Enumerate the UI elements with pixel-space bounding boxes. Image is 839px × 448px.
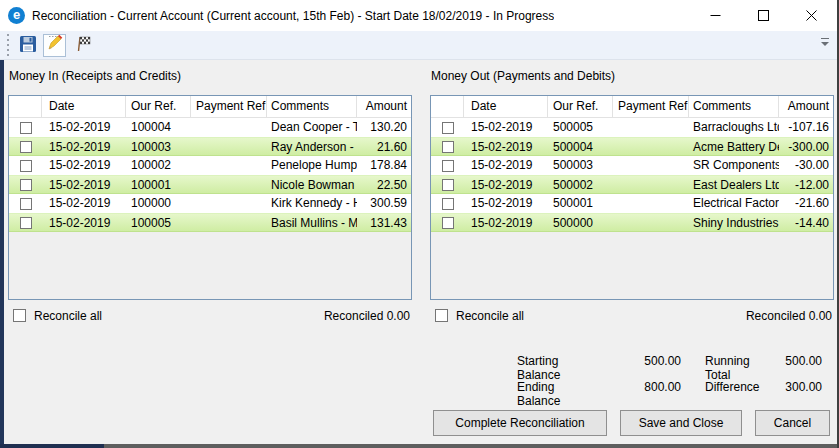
row-amount: -21.60	[779, 194, 833, 213]
row-checkbox[interactable]	[20, 217, 32, 229]
column-header[interactable]: Payment Ref.	[613, 96, 689, 118]
reconcile-all-checkbox[interactable]	[13, 309, 26, 322]
maximize-icon	[758, 10, 769, 21]
column-header[interactable]: Amount	[779, 96, 833, 118]
table-row[interactable]: 15-02-2019100004Dean Cooper - T130.20	[9, 118, 411, 137]
row-checkbox[interactable]	[20, 160, 32, 172]
row-date: 15-02-2019	[42, 138, 126, 155]
column-header[interactable]: Date	[464, 96, 548, 118]
column-header[interactable]	[431, 96, 464, 118]
column-header[interactable]: Date	[42, 96, 126, 118]
row-payment-ref	[613, 176, 689, 193]
window-edge-bottom	[104, 444, 837, 448]
row-comments: Electrical Factors	[689, 194, 779, 213]
table-row[interactable]: 15-02-2019500002East Dealers Ltd-12.00	[431, 175, 833, 194]
row-amount: 21.60	[357, 138, 411, 155]
column-header[interactable]: Our Ref.	[548, 96, 613, 118]
row-date: 15-02-2019	[464, 156, 548, 175]
row-date: 15-02-2019	[42, 118, 126, 137]
table-row[interactable]: 15-02-2019100003Ray Anderson - 21.60	[9, 137, 411, 156]
column-header[interactable]: Comments	[267, 96, 357, 118]
row-checkbox[interactable]	[20, 198, 32, 210]
row-amount: -300.00	[779, 138, 833, 155]
row-amount: -12.00	[779, 176, 833, 193]
reconcile-all-checkbox[interactable]	[435, 309, 448, 322]
column-header[interactable]: Payment Ref.	[191, 96, 267, 118]
row-our-ref: 500003	[548, 156, 613, 175]
row-amount: 178.84	[357, 156, 411, 175]
row-date: 15-02-2019	[42, 176, 126, 193]
window-controls	[691, 0, 835, 31]
row-comments: Basil Mullins - M	[267, 214, 357, 231]
row-payment-ref	[191, 194, 267, 213]
row-checkbox[interactable]	[442, 160, 454, 172]
minimize-icon	[710, 10, 721, 21]
ending-balance-value: 800.00	[601, 380, 681, 394]
reconcile-all-label: Reconcile all	[34, 309, 102, 323]
row-checkbox[interactable]	[442, 198, 454, 210]
row-comments: Barracloughs Ltd	[689, 118, 779, 137]
table-row[interactable]: 15-02-2019100002Penelope Hump178.84	[9, 156, 411, 175]
row-checkbox[interactable]	[20, 122, 32, 134]
row-amount: -30.00	[779, 156, 833, 175]
maximize-button[interactable]	[739, 0, 787, 31]
close-button[interactable]	[787, 0, 835, 31]
row-comments: Kirk Kennedy - H	[267, 194, 357, 213]
difference-value: 300.00	[742, 380, 822, 394]
column-header[interactable]	[9, 96, 42, 118]
save-icon	[19, 35, 37, 56]
complete-reconciliation-button[interactable]: Complete Reconciliation	[433, 410, 607, 436]
complete-reconciliation-flag-button[interactable]	[74, 35, 92, 56]
edit-button[interactable]	[43, 34, 66, 57]
table-row[interactable]: 15-02-2019500005Barracloughs Ltd-107.16	[431, 118, 833, 137]
money-in-reconcile-row: Reconcile all Reconciled 0.00	[8, 308, 412, 324]
table-row[interactable]: 15-02-2019500001Electrical Factors-21.60	[431, 194, 833, 213]
row-our-ref: 100004	[126, 118, 191, 137]
column-header[interactable]: Our Ref.	[126, 96, 191, 118]
row-payment-ref	[613, 118, 689, 137]
edit-pencil-icon	[45, 34, 64, 56]
row-amount: 131.43	[357, 214, 411, 231]
row-our-ref: 100003	[126, 138, 191, 155]
money-in-grid[interactable]: DateOur Ref.Payment Ref.CommentsAmount 1…	[8, 95, 412, 300]
row-payment-ref	[191, 118, 267, 137]
app-logo-icon: e	[8, 7, 25, 24]
row-comments: East Dealers Ltd	[689, 176, 779, 193]
window-edge-left	[0, 31, 4, 448]
row-our-ref: 100001	[126, 176, 191, 193]
table-row[interactable]: 15-02-2019100005Basil Mullins - M131.43	[9, 213, 411, 232]
row-date: 15-02-2019	[464, 176, 548, 193]
row-comments: Ray Anderson -	[267, 138, 357, 155]
row-comments: Dean Cooper - T	[267, 118, 357, 137]
table-row[interactable]: 15-02-2019500004Acme Battery De-300.00	[431, 137, 833, 156]
row-date: 15-02-2019	[42, 156, 126, 175]
row-comments: Nicole Bowman	[267, 176, 357, 193]
toolbar-overflow-button[interactable]	[820, 38, 829, 50]
cancel-button[interactable]: Cancel	[755, 410, 830, 436]
table-row[interactable]: 15-02-2019500000Shiny Industries-14.40	[431, 213, 833, 232]
row-checkbox[interactable]	[442, 141, 454, 153]
row-checkbox[interactable]	[442, 217, 454, 229]
save-button[interactable]	[19, 35, 37, 56]
money-in-grid-header: DateOur Ref.Payment Ref.CommentsAmount	[9, 96, 411, 118]
row-checkbox[interactable]	[442, 122, 454, 134]
money-out-label: Money Out (Payments and Debits)	[431, 69, 615, 83]
money-in-label: Money In (Receipts and Credits)	[9, 69, 181, 83]
column-header[interactable]: Comments	[689, 96, 779, 118]
money-out-grid[interactable]: DateOur Ref.Payment Ref.CommentsAmount 1…	[430, 95, 834, 300]
row-checkbox[interactable]	[442, 179, 454, 191]
close-icon	[806, 10, 817, 21]
toolbar-grip[interactable]	[3, 34, 13, 56]
row-comments: Penelope Hump	[267, 156, 357, 175]
table-row[interactable]: 15-02-2019500003SR Components-30.00	[431, 156, 833, 175]
reconcile-all-label: Reconcile all	[456, 309, 524, 323]
row-checkbox[interactable]	[20, 141, 32, 153]
column-header[interactable]: Amount	[357, 96, 411, 118]
table-row[interactable]: 15-02-2019100001Nicole Bowman22.50	[9, 175, 411, 194]
table-row[interactable]: 15-02-2019100000Kirk Kennedy - H300.59	[9, 194, 411, 213]
minimize-button[interactable]	[691, 0, 739, 31]
row-checkbox[interactable]	[20, 179, 32, 191]
row-date: 15-02-2019	[42, 194, 126, 213]
save-and-close-button[interactable]: Save and Close	[620, 410, 742, 436]
row-amount: -107.16	[779, 118, 833, 137]
